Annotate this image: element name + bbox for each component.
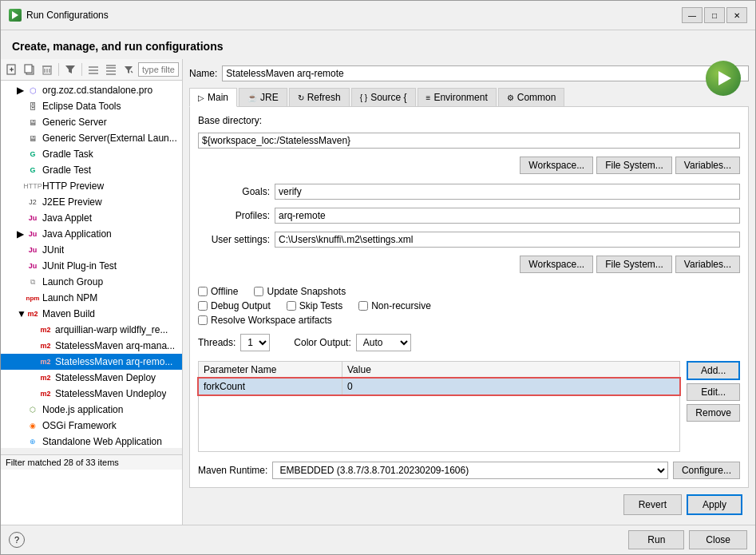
tab-jre[interactable]: ☕ JRE (239, 88, 287, 106)
debug-output-checkbox[interactable] (198, 301, 208, 311)
name-input[interactable] (222, 65, 749, 81)
refresh-tab-icon: ↻ (298, 93, 304, 102)
remove-button[interactable]: Remove (687, 404, 740, 422)
npm-icon: npm (26, 291, 39, 304)
tree-item-maven-build[interactable]: ▼ m2 Maven Build (1, 306, 182, 322)
filter-button[interactable] (62, 61, 78, 77)
expand-all-button[interactable] (103, 61, 119, 77)
offline-checkbox[interactable] (198, 287, 208, 296)
user-settings-label: User settings: (198, 234, 270, 245)
junit-icon: Ju (26, 244, 39, 256)
close-button[interactable]: ✕ (726, 7, 747, 23)
svg-marker-19 (125, 66, 133, 73)
page-title: Create, manage, and run configurations (12, 40, 744, 53)
run-button[interactable]: Run (628, 530, 684, 549)
tree-item-standalone-web[interactable]: ▶ ⊕ Standalone Web Application (1, 434, 182, 448)
tree-item-nodejs[interactable]: ▶ ⬡ Node.js application (1, 402, 182, 418)
non-recursive-checkbox[interactable] (358, 301, 368, 311)
tree-item-generic-server-ext[interactable]: ▶ 🖥 Generic Server(External Laun... (1, 130, 182, 146)
workspace-button-1[interactable]: Workspace... (520, 157, 593, 174)
update-snapshots-label: Update Snapshots (267, 286, 346, 297)
tree-item-j2ee[interactable]: ▶ J2 J2EE Preview (1, 194, 182, 210)
profiles-input[interactable] (275, 208, 740, 224)
filter-dropdown-button[interactable] (121, 61, 137, 77)
close-window-button[interactable]: Close (689, 530, 747, 549)
workspace-button-2[interactable]: Workspace... (520, 256, 593, 273)
tab-common[interactable]: ⚙ Common (498, 88, 565, 106)
tree-item-stateless-deploy[interactable]: ▶ m2 StatelessMaven Deploy (1, 370, 182, 386)
junit-plugin-icon: Ju (26, 260, 39, 272)
tree-item-java-app[interactable]: ▶ Ju Java Application (1, 226, 182, 242)
tree-item-eclipse[interactable]: ▶ 🗄 Eclipse Data Tools (1, 98, 182, 114)
skip-tests-checkbox[interactable] (287, 301, 296, 311)
tab-bar: ▷ Main ☕ JRE ↻ Refresh { } Source { ≡ (189, 88, 749, 107)
tab-main[interactable]: ▷ Main (189, 88, 237, 107)
maven-runtime-select[interactable]: EMBEDDED (3.8.7/3.8.701.20230209-1606) (272, 462, 668, 479)
goals-label: Goals: (198, 186, 270, 197)
file-system-button-2[interactable]: File System... (596, 256, 672, 273)
filter-input[interactable] (138, 62, 179, 77)
threads-label: Threads: (198, 337, 236, 348)
tree-item-generic-server[interactable]: ▶ 🖥 Generic Server (1, 114, 182, 130)
tree-item-gradle-task[interactable]: ▶ G Gradle Task (1, 146, 182, 162)
profiles-label: Profiles: (198, 210, 270, 221)
new-config-button[interactable] (4, 61, 20, 77)
revert-button[interactable]: Revert (623, 494, 682, 515)
tree-item-gradle-test[interactable]: ▶ G Gradle Test (1, 162, 182, 178)
delete-button[interactable] (39, 61, 55, 77)
table-actions: Add... Edit... Remove (687, 361, 740, 452)
run-icon-large (706, 61, 741, 96)
osgi-icon: ◉ (26, 419, 39, 432)
color-output-select[interactable]: Auto Always Never (356, 334, 411, 351)
apply-button[interactable]: Apply (687, 494, 742, 515)
skip-tests-label: Skip Tests (299, 300, 342, 311)
param-value-cell: 0 (342, 379, 679, 394)
gradle-task-icon: G (26, 148, 39, 161)
file-system-button-1[interactable]: File System... (596, 157, 672, 174)
tab-content: Base directory: Workspace... File System… (189, 107, 749, 488)
param-col2-header: Value (342, 362, 679, 378)
maximize-button[interactable]: □ (704, 7, 725, 23)
tab-refresh[interactable]: ↻ Refresh (289, 88, 350, 106)
tree-item-stateless-mana[interactable]: ▶ m2 StatelessMaven arq-mana... (1, 338, 182, 354)
tree-item-stateless-undeploy[interactable]: ▶ m2 StatelessMaven Undeploy (1, 386, 182, 402)
tree-item-stateless-remo[interactable]: ▶ m2 StatelessMaven arq-remo... (1, 354, 182, 370)
duplicate-button[interactable] (22, 61, 38, 77)
edit-button[interactable]: Edit... (687, 383, 740, 401)
stateless-undeploy-icon: m2 (39, 387, 52, 400)
env-tab-icon: ≡ (426, 93, 431, 102)
configure-button[interactable]: Configure... (673, 462, 740, 479)
offline-checkbox-item: Offline (198, 286, 238, 297)
svg-rect-5 (25, 65, 32, 73)
collapse-all-button[interactable] (85, 61, 101, 77)
stateless-remo-icon: m2 (39, 355, 52, 368)
add-button[interactable]: Add... (687, 361, 740, 380)
tree-item-junit[interactable]: ▶ Ju JUnit (1, 242, 182, 258)
help-button[interactable]: ? (9, 532, 25, 548)
minimize-button[interactable]: — (682, 7, 703, 23)
tree-item-org-zoz[interactable]: ▶ ⬡ org.zoz.cd.standalone.pro (1, 82, 182, 98)
table-row[interactable]: forkCount 0 (199, 379, 679, 394)
java-applet-icon: Ju (26, 212, 39, 224)
tree-item-arq-wf[interactable]: ▶ m2 arquillian-warp wildfly_re... (1, 322, 182, 338)
server-ext-icon: 🖥 (26, 132, 39, 145)
tree-item-java-applet[interactable]: ▶ Ju Java Applet (1, 210, 182, 226)
tab-source[interactable]: { } Source { (351, 88, 416, 106)
variables-button-1[interactable]: Variables... (675, 157, 740, 174)
update-snapshots-checkbox[interactable] (254, 287, 263, 296)
goals-input[interactable] (275, 184, 740, 200)
user-settings-input[interactable] (275, 232, 740, 248)
variables-button-2[interactable]: Variables... (675, 256, 740, 273)
tab-environment[interactable]: ≡ Environment (418, 88, 497, 106)
debug-output-label: Debug Output (211, 300, 271, 311)
base-dir-input[interactable] (198, 133, 740, 149)
tree-item-junit-plugin[interactable]: ▶ Ju JUnit Plug-in Test (1, 258, 182, 274)
tree-item-http[interactable]: ▶ HTTP HTTP Preview (1, 178, 182, 194)
threads-select[interactable]: 1 2 4 (240, 334, 270, 351)
resolve-workspace-checkbox[interactable] (198, 315, 208, 325)
tree-item-osgi[interactable]: ▶ ◉ OSGi Framework (1, 418, 182, 434)
update-snapshots-checkbox-item: Update Snapshots (254, 286, 346, 297)
tree-item-launch-group[interactable]: ▶ ⧉ Launch Group (1, 274, 182, 290)
package-icon: ⬡ (26, 84, 39, 97)
tree-item-launch-npm[interactable]: ▶ npm Launch NPM (1, 290, 182, 306)
